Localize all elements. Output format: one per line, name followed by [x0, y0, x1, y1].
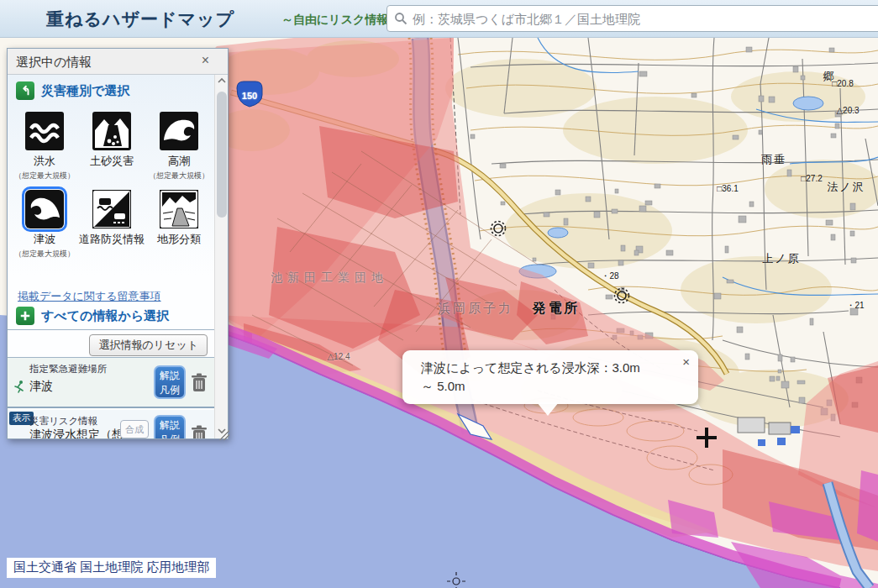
inundation-depth-popup: 津波によって想定される浸水深：3.0m ～ 5.0m ×	[402, 350, 698, 404]
search-input[interactable]	[413, 12, 878, 26]
search-box[interactable]	[386, 5, 878, 32]
layer-category: 指定緊急避難場所	[29, 363, 107, 375]
layer-category: 災害リスク情報	[29, 415, 97, 428]
layer-row-evacuation: 指定緊急避難場所 津波 解説 凡例	[8, 358, 214, 408]
popup-close-icon[interactable]: ×	[682, 354, 690, 369]
evacuation-runner-icon	[13, 380, 26, 393]
data-notes-link[interactable]: 掲載データに関する留意事項	[18, 289, 161, 304]
app-header: 重ねるハザードマップ ～自由にリスク情報を調べる～	[0, 0, 878, 38]
disaster-type-note: （想定最大規模）	[14, 249, 75, 260]
explain-legend-button[interactable]: 解説 凡例	[154, 365, 186, 399]
clicked-location-crosshair	[697, 428, 717, 448]
disaster-type-terrain[interactable]: 地形分類	[145, 185, 213, 263]
legend-label: 凡例	[155, 433, 184, 438]
panel-title: 選択中の情報	[16, 55, 92, 71]
road-disaster-icon	[92, 190, 131, 228]
disaster-type-storm-surge[interactable]: 高潮 （想定最大規模）	[145, 107, 213, 185]
panel-header[interactable]: 選択中の情報 ×	[8, 49, 228, 75]
select-from-all-label: すべての情報から選択	[41, 308, 169, 324]
explain-label: 解説	[155, 369, 184, 383]
select-by-type-button[interactable]: 災害種別で選択	[16, 81, 129, 100]
app-title: 重ねるハザードマップ	[46, 8, 234, 31]
disaster-type-tsunami[interactable]: 津波 （想定最大規模）	[11, 185, 78, 263]
selected-info-panel: 選択中の情報 × 災害種別で選択 洪水 （想定最大規模）	[7, 48, 229, 439]
explain-label: 解説	[155, 418, 184, 433]
layer-name: 津波浸水想定（想定 最大規模）	[29, 427, 134, 438]
scrollbar-thumb[interactable]	[217, 92, 227, 218]
disaster-type-label: 地形分類	[157, 232, 201, 247]
select-by-type-label: 災害種別で選択	[41, 83, 129, 99]
disaster-type-note: （想定最大規模）	[14, 171, 75, 181]
disaster-type-label: 津波	[34, 232, 55, 247]
disaster-type-label: 高潮	[168, 154, 190, 169]
explain-legend-button[interactable]: 解説 凡例	[154, 415, 186, 438]
disaster-type-grid: 洪水 （想定最大規模） 土砂災害	[11, 107, 213, 263]
panel-divider	[8, 329, 214, 330]
layer-name: 津波	[29, 378, 53, 393]
reset-selection-button[interactable]: 選択情報のリセット	[89, 334, 208, 356]
back-arrow-icon	[16, 81, 34, 100]
panel-resize-handle[interactable]	[219, 430, 229, 440]
popup-text: 津波によって想定される浸水深：3.0m ～ 5.0m	[421, 359, 640, 396]
select-from-all-button[interactable]: すべての情報から選択	[16, 307, 169, 325]
panel-body: 災害種別で選択 洪水 （想定最大規模）	[8, 75, 214, 438]
flood-icon	[25, 112, 64, 150]
landslide-icon	[92, 112, 131, 150]
disaster-type-flood[interactable]: 洪水 （想定最大規模）	[11, 107, 78, 185]
map-attribution: 国土交通省 国土地理院 応用地理部	[7, 558, 216, 578]
panel-scrollbar[interactable]	[214, 75, 228, 438]
tsunami-icon	[25, 190, 64, 228]
search-icon	[394, 12, 407, 25]
disaster-type-label: 洪水	[34, 154, 55, 169]
popup-line1: 津波によって想定される浸水深：3.0m	[421, 359, 640, 377]
composite-button[interactable]: 合成	[120, 420, 149, 438]
scroll-up-icon[interactable]	[215, 75, 229, 88]
disaster-type-label: 土砂災害	[90, 154, 134, 169]
trash-icon[interactable]	[191, 373, 208, 393]
legend-label: 凡例	[155, 383, 184, 397]
panel-close-icon[interactable]: ×	[202, 53, 209, 68]
disaster-type-label: 道路防災情報	[79, 232, 145, 247]
popup-line2: ～ 5.0m	[421, 377, 640, 396]
disaster-type-road[interactable]: 道路防災情報	[78, 185, 145, 263]
storm-surge-icon	[160, 112, 198, 150]
terrain-icon	[160, 190, 198, 228]
disaster-type-note: （想定最大規模）	[149, 171, 209, 181]
popup-tail	[537, 402, 559, 416]
plus-icon	[16, 307, 34, 325]
hazard-map-app: 池新田工業団地浜岡原子力発電所郷雨垂法ノ沢上ノ原□20.8△20.3□27.2□…	[0, 0, 878, 588]
layer-row-tsunami-inundation: 表示 災害リスク情報 津波浸水想定（想定 最大規模） 合成 解説 凡例	[8, 410, 214, 438]
disaster-type-landslide[interactable]: 土砂災害	[78, 107, 145, 185]
trash-icon[interactable]	[191, 425, 208, 438]
